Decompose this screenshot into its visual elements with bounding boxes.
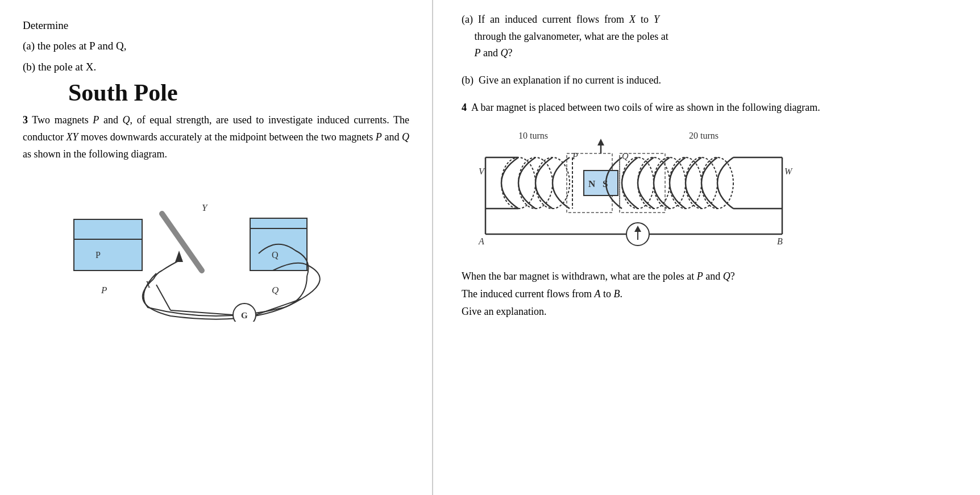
- svg-line-16: [256, 299, 301, 315]
- answer-block: When the bar magnet is withdrawn, what a…: [462, 268, 957, 320]
- item-b-text: (b) the pole at X.: [23, 59, 409, 76]
- svg-text:Q: Q: [272, 250, 279, 260]
- answer-line3: Give an explanation.: [462, 303, 957, 321]
- svg-marker-27: [597, 139, 604, 145]
- determine-text: Determine: [23, 17, 409, 34]
- svg-rect-1: [74, 219, 142, 239]
- handwritten-answer: South Pole: [68, 79, 409, 106]
- right-diagram-svg: 10 turns 20 turns V P Q W: [473, 126, 803, 257]
- right-panel: (a) If an induced current flows from X t…: [433, 0, 980, 495]
- svg-rect-5: [250, 218, 307, 228]
- s-label: S: [603, 178, 608, 189]
- question-a-text: (a) If an induced current flows from X t…: [462, 11, 957, 62]
- answer-line2: The induced current flows from A to B.: [462, 285, 957, 303]
- svg-text:G: G: [241, 311, 248, 320]
- q4-number: 4: [462, 102, 467, 113]
- n-label: N: [588, 178, 596, 189]
- problem3-body: Two magnets P and Q, of equal strength, …: [23, 114, 409, 159]
- question-b-block: (b) Give an explanation if no current is…: [462, 72, 957, 89]
- q-label: Q: [622, 151, 629, 161]
- question-b-text: (b) Give an explanation if no current is…: [462, 72, 957, 89]
- svg-text:P: P: [101, 285, 107, 296]
- left-panel: Determine (a) the poles at P and Q, (b) …: [0, 0, 433, 495]
- v-label: V: [479, 167, 485, 176]
- left-diagram: P P Q Q Y X: [57, 174, 375, 322]
- svg-text:Y: Y: [202, 202, 208, 213]
- question-a-block: (a) If an induced current flows from X t…: [462, 11, 957, 62]
- left-diagram-svg: P P Q Q Y X: [57, 174, 375, 322]
- right-diagram-container: 10 turns 20 turns V P Q W: [473, 126, 957, 260]
- w-label: W: [784, 167, 793, 176]
- a-label: A: [478, 236, 484, 246]
- svg-rect-0: [74, 236, 142, 271]
- question-4-block: 4 A bar magnet is placed between two coi…: [462, 99, 957, 117]
- problem3-text: 3 Two magnets P and Q, of equal strength…: [23, 112, 409, 163]
- turns-right-label: 20 turns: [689, 131, 719, 140]
- svg-text:Q: Q: [272, 285, 279, 296]
- answer-line1: When the bar magnet is withdrawn, what a…: [462, 268, 957, 285]
- b-label: B: [777, 236, 783, 246]
- problem3-number: 3: [23, 114, 28, 126]
- svg-rect-46: [620, 153, 665, 213]
- svg-rect-4: [250, 225, 307, 271]
- turns-left-label: 10 turns: [518, 131, 548, 140]
- svg-text:P: P: [95, 250, 101, 260]
- item-a-text: (a) the poles at P and Q,: [23, 38, 409, 55]
- question-4-text: 4 A bar magnet is placed between two coi…: [462, 99, 957, 117]
- svg-line-14: [156, 285, 171, 310]
